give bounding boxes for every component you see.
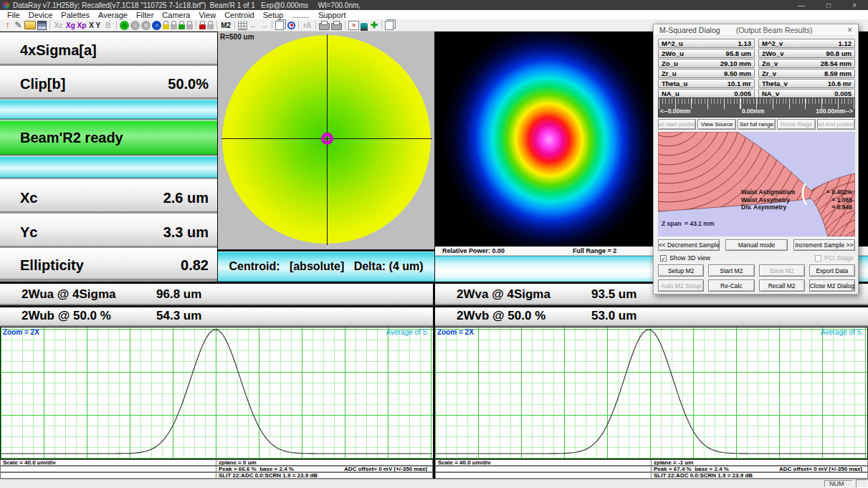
export-data-button[interactable]: Export Data [809,264,855,277]
grid-icon[interactable] [238,21,247,30]
m2-result-zo-u: Zo_u29.10 mm [658,59,755,68]
recall-m2-button[interactable]: Recall M2 [759,279,805,292]
m2-stage-buttons: Set start positionView SourceSet full ra… [658,119,855,130]
edit-pencil-icon[interactable]: ✎ [14,20,23,31]
back-arrow-icon[interactable]: ← [249,20,258,31]
target-icon[interactable] [287,21,295,29]
row-xc[interactable]: Xc2.6 um [0,179,217,212]
maximize-button[interactable]: □ [826,1,831,9]
gaussian-curve-u [1,327,433,459]
forward-arrow-icon[interactable]: → [259,20,269,31]
m2-result-zr-u: Zr_u9.50 mm [658,69,755,78]
row-yc-label: Yc [20,224,37,241]
stage-position-ruler[interactable]: <--0.00mm 0.00mm 100.00mm--> [658,97,855,118]
close-button[interactable]: × [852,1,857,9]
relative-power-label: Relative Power: 0.00 [442,247,505,254]
waist-asymmetry-label: Waist Assymetry [741,196,790,204]
b-toggle[interactable]: B [102,20,113,31]
empty-cell-u2 [0,472,216,479]
m2-result-2wo-u: 2Wo_u95.8 um [658,49,755,58]
print-setup-icon[interactable] [331,23,342,30]
header-2wua[interactable]: 2Wua @ 4Sigma 96.8 um [0,284,433,305]
menu-camera[interactable]: Camera [158,11,194,19]
m2-action-row-1: Setup M2Start M2Save M2Export Data [658,264,855,277]
stamp-icon[interactable] [361,23,368,31]
profile-chart-v[interactable]: Zoom = 2X Average of 5. [435,327,867,459]
decrement-sample-button[interactable]: << Decrement Sample [658,239,720,251]
pointer-arrow-icon[interactable]: ↑ [3,20,12,31]
range-label: R=500 um [220,33,254,41]
setup-m2-button[interactable]: Setup M2 [658,264,704,277]
standby-button[interactable]: S [141,21,151,30]
zoom-label-v: Zoom = 2X [437,328,474,336]
menu-file[interactable]: File [3,11,24,19]
start-m2-button[interactable]: Start M2 [708,264,754,277]
header-2wva-value: 93.5 um [591,287,636,302]
pause-button[interactable]: ∩ [152,21,161,30]
waist-asymmetry-value: = 1.065 [831,196,852,204]
lock-gray-3-icon[interactable] [207,24,214,29]
row-ellipticity[interactable]: Ellipticity0.82 [0,248,217,279]
header-2wub-label: 2Wub @ 50.0 % [22,309,111,323]
m2-result-m-2-v: M^2_v1.12 [758,39,855,48]
centroid-bar[interactable]: Centroid: [absolute] Delta: (4 um) [218,252,434,282]
header-2wub[interactable]: 2Wub @ 50.0 % 54.3 um [0,307,433,327]
close-m2-dialog-button[interactable]: Close M2 Dialog [809,279,855,292]
menu-filter[interactable]: Filter [132,11,158,19]
num-lock-indicator: NUM [824,480,853,487]
open-folder-icon[interactable] [24,21,36,29]
menu-centroid[interactable]: Centroid [220,11,259,19]
toolbar-separator [116,21,117,29]
menu-setup[interactable]: Setup [259,11,288,19]
m2-dialog-close-icon[interactable]: × [847,25,852,35]
slit-cell-v: SLIT 22:ADC 0.0:SCRN 1.9 = 23.9 dB [651,472,868,479]
waist-astigmatism-value: = 0.402% [826,188,852,196]
show-3d-checkbox[interactable]: ✓ [660,255,667,262]
set-full-range-button[interactable]: Set full range [738,119,776,130]
app-logo-icon [3,2,9,9]
row-clip-value: 50.0% [168,76,209,92]
copy-pages-icon[interactable] [275,21,284,30]
increment-sample-button[interactable]: Increment Sample >> [793,239,855,251]
print-icon[interactable] [319,23,330,30]
menu-support[interactable]: Support [314,11,350,19]
lock-green-icon[interactable] [178,24,185,29]
lock-gray-icon[interactable] [171,24,177,29]
beam-intensity-blob [435,32,674,247]
manual-mode-button[interactable]: Manual mode [725,239,787,251]
header-2wvb[interactable]: 2Wvb @ 50.0 % 53.0 um [435,307,868,327]
menu-device[interactable]: Device [24,11,57,19]
m2-result-theta-v: Theta_v10.6 mr [758,79,855,88]
m2-dialog-button[interactable]: M2 [220,20,232,31]
minimize-button[interactable]: — [798,1,805,9]
re-calc-button[interactable]: Re-Calc [708,279,754,292]
m2-dialog-titlebar[interactable]: M-Squared Dialog (Output Beam Results) × [654,24,858,36]
row-4xsigma[interactable]: 4xSigma[a] [0,32,217,64]
scale-cell-u: Scale = 40.0 um/div [0,459,216,466]
crosshair-plus-icon[interactable]: ✚ [369,20,378,31]
trend-chart-icon[interactable]: ≈ [348,21,359,30]
lock-gray-2-icon[interactable] [186,24,193,29]
profile-chart-u[interactable]: Zoom = 2X Average of 5. [1,327,433,459]
lock-yellow-icon[interactable] [163,24,169,29]
toolbar-separator [272,21,272,29]
stop-button[interactable]: C [130,21,140,30]
xg-xp-toggle[interactable]: Xg Xp [65,20,87,31]
toolbar-separator [196,21,196,29]
ra-toggle[interactable]: rA [302,20,313,31]
menu-average[interactable]: Average [94,11,132,19]
caustic-asymmetry-annotations: Waist Astigmatism= 0.402% Waist Assymetr… [741,188,852,211]
lock-red-icon[interactable] [199,24,206,29]
row-clip[interactable]: Clip[b]50.0% [0,66,217,98]
go-button[interactable]: C [120,21,129,30]
menu-view[interactable]: View [194,11,220,19]
xc-toggle[interactable]: Xc [53,20,64,31]
extra-pages-icon[interactable] [385,21,394,30]
x-y-toggle[interactable]: X Y [88,20,101,31]
menu-palettes[interactable]: Palettes [57,11,94,19]
save-icon[interactable] [37,21,47,30]
menu-dots[interactable]: ........ [287,11,313,19]
view-source-button[interactable]: View Source [697,119,735,130]
m2-checkbox-row: ✓ Show 3D view PCI Stage [660,254,854,262]
row-yc[interactable]: Yc3.3 um [0,214,217,247]
